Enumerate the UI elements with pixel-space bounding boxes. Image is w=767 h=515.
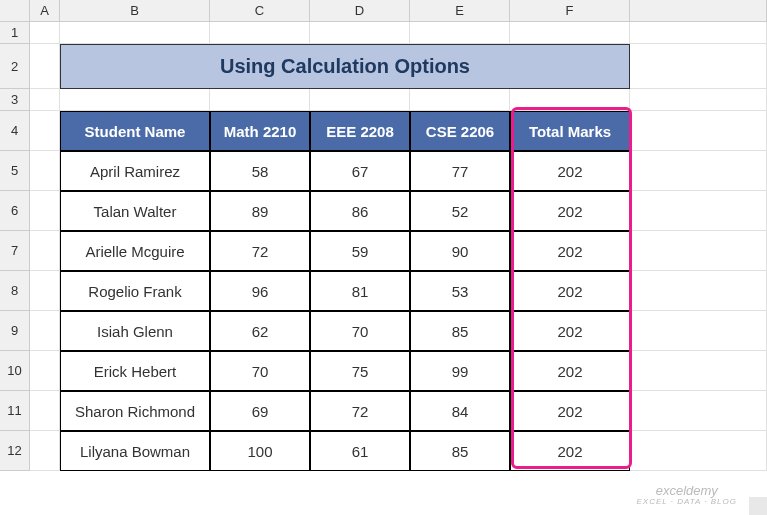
- table-cell-total[interactable]: 202: [510, 311, 630, 351]
- table-cell-cse[interactable]: 85: [410, 311, 510, 351]
- table-cell-total[interactable]: 202: [510, 271, 630, 311]
- cell-A2[interactable]: [30, 44, 60, 89]
- table-cell-total[interactable]: 202: [510, 431, 630, 471]
- cell-A7[interactable]: [30, 231, 60, 271]
- table-cell-cse[interactable]: 52: [410, 191, 510, 231]
- row-header-1[interactable]: 1: [0, 22, 30, 44]
- table-cell-cse[interactable]: 90: [410, 231, 510, 271]
- table-cell-eee[interactable]: 70: [310, 311, 410, 351]
- table-cell-cse[interactable]: 99: [410, 351, 510, 391]
- cell-empty[interactable]: [630, 22, 767, 44]
- table-header-1[interactable]: Math 2210: [210, 111, 310, 151]
- col-header-D[interactable]: D: [310, 0, 410, 22]
- table-cell-eee[interactable]: 81: [310, 271, 410, 311]
- cell-blank-5[interactable]: [630, 151, 767, 191]
- row-header-4[interactable]: 4: [0, 111, 30, 151]
- table-cell-eee[interactable]: 72: [310, 391, 410, 431]
- row-header-9[interactable]: 9: [0, 311, 30, 351]
- table-cell-eee[interactable]: 59: [310, 231, 410, 271]
- cell-blank-9[interactable]: [630, 311, 767, 351]
- table-cell-math[interactable]: 62: [210, 311, 310, 351]
- table-header-2[interactable]: EEE 2208: [310, 111, 410, 151]
- table-cell-cse[interactable]: 84: [410, 391, 510, 431]
- cell-blank-4[interactable]: [630, 111, 767, 151]
- cell-empty[interactable]: [210, 89, 310, 111]
- table-header-4[interactable]: Total Marks: [510, 111, 630, 151]
- cell-empty[interactable]: [210, 22, 310, 44]
- cell-A10[interactable]: [30, 351, 60, 391]
- table-cell-eee[interactable]: 86: [310, 191, 410, 231]
- cell-blank-8[interactable]: [630, 271, 767, 311]
- col-header-E[interactable]: E: [410, 0, 510, 22]
- table-cell-math[interactable]: 89: [210, 191, 310, 231]
- table-cell-total[interactable]: 202: [510, 231, 630, 271]
- cell-A5[interactable]: [30, 151, 60, 191]
- cell-blank-2[interactable]: [630, 44, 767, 89]
- cell-blank-10[interactable]: [630, 351, 767, 391]
- col-header-blank[interactable]: [0, 0, 30, 22]
- table-cell-math[interactable]: 69: [210, 391, 310, 431]
- row-header-12[interactable]: 12: [0, 431, 30, 471]
- row-header-3[interactable]: 3: [0, 89, 30, 111]
- table-cell-cse[interactable]: 85: [410, 431, 510, 471]
- cell-blank-6[interactable]: [630, 191, 767, 231]
- cell-empty[interactable]: [30, 89, 60, 111]
- table-header-3[interactable]: CSE 2206: [410, 111, 510, 151]
- col-header-C[interactable]: C: [210, 0, 310, 22]
- table-cell-math[interactable]: 70: [210, 351, 310, 391]
- table-cell-name[interactable]: April Ramirez: [60, 151, 210, 191]
- row-header-7[interactable]: 7: [0, 231, 30, 271]
- table-cell-name[interactable]: Isiah Glenn: [60, 311, 210, 351]
- cell-empty[interactable]: [30, 22, 60, 44]
- row-header-8[interactable]: 8: [0, 271, 30, 311]
- row-header-6[interactable]: 6: [0, 191, 30, 231]
- cell-A4[interactable]: [30, 111, 60, 151]
- table-header-0[interactable]: Student Name: [60, 111, 210, 151]
- cell-blank-11[interactable]: [630, 391, 767, 431]
- cell-blank-12[interactable]: [630, 431, 767, 471]
- row-header-11[interactable]: 11: [0, 391, 30, 431]
- table-cell-math[interactable]: 72: [210, 231, 310, 271]
- col-header-blank[interactable]: [630, 0, 767, 22]
- row-header-2[interactable]: 2: [0, 44, 30, 89]
- table-cell-math[interactable]: 96: [210, 271, 310, 311]
- table-cell-eee[interactable]: 75: [310, 351, 410, 391]
- table-cell-total[interactable]: 202: [510, 191, 630, 231]
- table-cell-total[interactable]: 202: [510, 391, 630, 431]
- cell-empty[interactable]: [310, 22, 410, 44]
- table-cell-cse[interactable]: 77: [410, 151, 510, 191]
- table-cell-cse[interactable]: 53: [410, 271, 510, 311]
- cell-empty[interactable]: [510, 22, 630, 44]
- table-cell-eee[interactable]: 61: [310, 431, 410, 471]
- table-cell-eee[interactable]: 67: [310, 151, 410, 191]
- col-header-F[interactable]: F: [510, 0, 630, 22]
- table-cell-name[interactable]: Sharon Richmond: [60, 391, 210, 431]
- cell-A9[interactable]: [30, 311, 60, 351]
- table-cell-math[interactable]: 100: [210, 431, 310, 471]
- table-cell-name[interactable]: Erick Hebert: [60, 351, 210, 391]
- spreadsheet-grid: ABCDEF12Using Calculation Options34Stude…: [0, 0, 767, 471]
- table-cell-name[interactable]: Arielle Mcguire: [60, 231, 210, 271]
- cell-empty[interactable]: [410, 22, 510, 44]
- row-header-10[interactable]: 10: [0, 351, 30, 391]
- table-cell-name[interactable]: Lilyana Bowman: [60, 431, 210, 471]
- table-cell-math[interactable]: 58: [210, 151, 310, 191]
- cell-empty[interactable]: [410, 89, 510, 111]
- cell-empty[interactable]: [310, 89, 410, 111]
- table-cell-total[interactable]: 202: [510, 351, 630, 391]
- cell-A12[interactable]: [30, 431, 60, 471]
- table-cell-name[interactable]: Talan Walter: [60, 191, 210, 231]
- cell-A11[interactable]: [30, 391, 60, 431]
- table-cell-name[interactable]: Rogelio Frank: [60, 271, 210, 311]
- col-header-B[interactable]: B: [60, 0, 210, 22]
- row-header-5[interactable]: 5: [0, 151, 30, 191]
- cell-A6[interactable]: [30, 191, 60, 231]
- cell-blank-7[interactable]: [630, 231, 767, 271]
- cell-empty[interactable]: [510, 89, 630, 111]
- cell-empty[interactable]: [60, 22, 210, 44]
- cell-empty[interactable]: [60, 89, 210, 111]
- table-cell-total[interactable]: 202: [510, 151, 630, 191]
- col-header-A[interactable]: A: [30, 0, 60, 22]
- cell-empty[interactable]: [630, 89, 767, 111]
- cell-A8[interactable]: [30, 271, 60, 311]
